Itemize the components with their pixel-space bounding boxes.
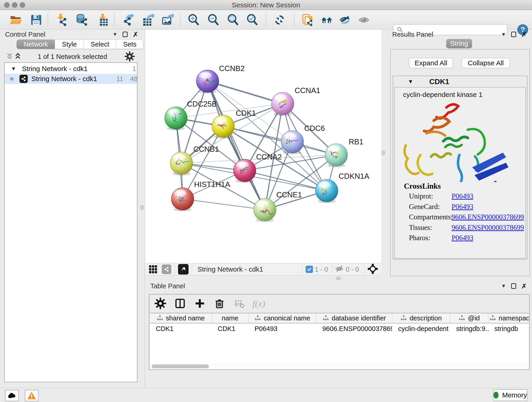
close-window-button[interactable] xyxy=(4,2,10,8)
column-header-canonical-name[interactable]: canonical name xyxy=(249,313,317,323)
network-collection-row[interactable]: ▼ String Network - cdk1 1 xyxy=(5,64,137,74)
network-view-canvas[interactable]: CCNB2CCNA1CDC25BCDK1CDC6RB1CCNB1CCNA2CDK… xyxy=(145,30,381,263)
zoom-fit-content-icon[interactable] xyxy=(226,13,240,26)
column-header-namespace[interactable]: namespace xyxy=(488,313,529,323)
save-session-icon[interactable] xyxy=(29,13,43,26)
table-row[interactable]: CDK1CDK1P064939606.ENSP00000378699cyclin… xyxy=(150,323,529,334)
column-header-shared-name[interactable]: shared name xyxy=(150,313,212,323)
copy-style-icon[interactable] xyxy=(301,13,314,26)
network-options-gear-icon[interactable] xyxy=(125,51,135,61)
selected-counts: 1 - 0 xyxy=(315,266,328,273)
crosslink-value-link[interactable]: 9606.ENSP00000378699 xyxy=(452,213,524,221)
show-columns-icon[interactable] xyxy=(174,297,186,310)
table-float-icon[interactable] xyxy=(511,283,516,289)
minimize-window-button[interactable] xyxy=(12,2,17,8)
cytoscape-window: Session: New Session ? Control Panel ▼ ✗… xyxy=(0,0,532,402)
left-splitter-handle[interactable] xyxy=(140,205,144,210)
warning-button[interactable] xyxy=(25,390,38,401)
string-badge-icon[interactable] xyxy=(162,264,171,274)
refresh-view-icon[interactable] xyxy=(273,13,286,26)
first-neighbors-icon[interactable] xyxy=(320,13,334,26)
export-table-icon[interactable] xyxy=(141,13,155,26)
crosslink-value-link[interactable]: P06493 xyxy=(452,203,473,211)
svg-text:CCNB1: CCNB1 xyxy=(193,145,219,153)
svg-text:CCNE1: CCNE1 xyxy=(276,191,302,199)
delete-column-icon[interactable] xyxy=(213,297,226,310)
birds-eye-view-icon[interactable] xyxy=(178,264,189,274)
panel-float-icon[interactable] xyxy=(123,32,128,37)
column-header-id[interactable]: @id xyxy=(450,313,488,323)
table-panel-title: Table Panel xyxy=(150,282,185,290)
network-selection-row: 1 of 1 Network selected xyxy=(0,51,145,61)
right-splitter-handle[interactable] xyxy=(382,150,385,155)
gene-section-header[interactable]: ▼ CDK1 xyxy=(393,76,527,87)
crosslinks-heading: CrossLinks xyxy=(404,182,441,191)
create-column-icon[interactable] xyxy=(193,297,206,310)
selected-nodes-checkbox[interactable] xyxy=(306,266,313,273)
crosslink-value-link[interactable]: 9606.ENSP00000378699 xyxy=(452,223,524,232)
window-title: Session: New Session xyxy=(232,1,300,9)
gene-expander-icon[interactable]: ▼ xyxy=(408,78,413,85)
import-table-from-file-icon[interactable] xyxy=(96,13,109,26)
function-builder-icon: f(x) xyxy=(253,298,265,309)
collapse-all-button[interactable]: Collapse All xyxy=(462,58,510,68)
column-header-description[interactable]: description xyxy=(392,313,450,323)
collection-count: 1 xyxy=(133,65,136,73)
table-panel: Table Panel ▼ ✗ xyxy=(145,281,532,388)
results-close-icon[interactable]: ✗ xyxy=(521,31,527,38)
control-panel-title: Control Panel xyxy=(5,31,45,38)
table-hscrollbar-thumb[interactable] xyxy=(152,364,209,368)
results-float-icon[interactable] xyxy=(511,32,516,37)
cloud-icon xyxy=(7,392,17,399)
cell-canonical-name[interactable]: P06493 xyxy=(249,323,317,334)
bottom-splitter-handle[interactable] xyxy=(336,277,341,280)
results-collapse-icon[interactable]: ▼ xyxy=(501,32,506,37)
import-network-from-file-icon[interactable] xyxy=(55,13,68,26)
column-header-database-identifier[interactable]: database identifier xyxy=(317,313,392,323)
export-network-icon[interactable] xyxy=(122,13,136,26)
import-network-from-database-icon[interactable] xyxy=(75,13,89,26)
grid-view-icon[interactable] xyxy=(148,264,158,274)
table-options-gear-icon[interactable] xyxy=(154,297,167,310)
cell-database-identifier[interactable]: 9606.ENSP00000378699 xyxy=(317,323,392,334)
tab-sets[interactable]: Sets xyxy=(116,40,143,49)
memory-status-dot xyxy=(494,392,499,399)
memory-button[interactable]: Memory xyxy=(493,389,527,401)
open-session-icon[interactable] xyxy=(9,13,22,26)
crosslink-value-link[interactable]: P06493 xyxy=(452,192,473,200)
cloud-button[interactable] xyxy=(5,390,19,401)
tree-expander-icon[interactable]: ▼ xyxy=(11,66,16,72)
tab-style[interactable]: Style xyxy=(55,40,84,49)
zoom-window-button[interactable] xyxy=(20,2,25,8)
cell-name[interactable]: CDK1 xyxy=(212,323,249,334)
zoom-selected-icon[interactable] xyxy=(246,13,259,26)
zoom-in-icon[interactable] xyxy=(187,13,201,26)
pan-crosshair-icon[interactable] xyxy=(367,264,378,275)
export-image-icon[interactable] xyxy=(161,13,175,26)
tab-network[interactable]: Network xyxy=(17,40,55,49)
table-collapse-icon[interactable]: ▼ xyxy=(501,283,506,289)
cell-namespace[interactable]: stringdb xyxy=(488,323,529,334)
column-header-name[interactable]: name xyxy=(212,313,249,323)
crosslinks-section: CrossLinks Uniprot:P06493GeneCard:P06493… xyxy=(404,182,441,191)
status-bar: Memory xyxy=(0,388,532,402)
table-close-icon[interactable]: ✗ xyxy=(521,282,527,290)
svg-text:CDKN1A: CDKN1A xyxy=(339,172,369,180)
show-hide-graphics-icon[interactable] xyxy=(338,13,352,26)
memory-label: Memory xyxy=(502,391,527,399)
cell-shared-name[interactable]: CDK1 xyxy=(150,323,212,334)
cell-id[interactable]: stringdb:9... xyxy=(450,323,488,334)
svg-text:CDK1: CDK1 xyxy=(236,109,256,117)
expand-all-button[interactable]: Expand All xyxy=(409,58,453,68)
zoom-out-icon[interactable] xyxy=(207,13,220,26)
network-row-selected[interactable]: String Network - cdk1 11 48 xyxy=(5,74,137,84)
panel-collapse-icon[interactable]: ▼ xyxy=(113,32,118,37)
cell-description[interactable]: cyclin-dependent ... xyxy=(392,323,450,334)
panel-close-icon[interactable]: ✗ xyxy=(133,31,138,38)
crosslink-value-link[interactable]: P06493 xyxy=(452,234,473,242)
table-hscrollbar[interactable] xyxy=(150,363,529,370)
tab-string[interactable]: String xyxy=(446,39,472,48)
toolbar-separator xyxy=(48,13,48,27)
tab-select[interactable]: Select xyxy=(84,40,116,49)
toolbar-separator xyxy=(114,13,114,27)
